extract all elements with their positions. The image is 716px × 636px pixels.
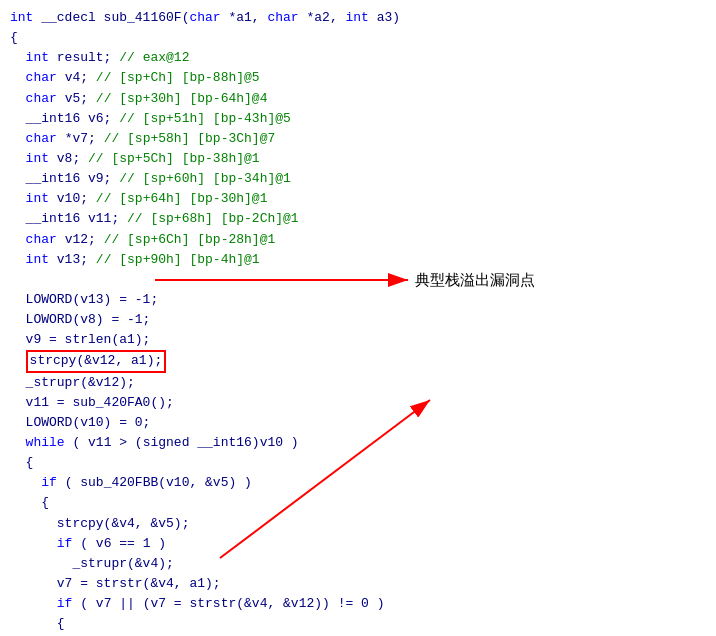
line-loword-v10: LOWORD(v10) = 0; — [10, 413, 706, 433]
line-strcpy-v4: strcpy(&v4, &v5); — [10, 514, 706, 534]
line-v4: char v4; // [sp+Ch] [bp-88h]@5 — [10, 68, 706, 88]
line-strupr-v4: _strupr(&v4); — [10, 554, 706, 574]
line-if-v7: if ( v7 || (v7 = strstr(&v4, &v12)) != 0… — [10, 594, 706, 614]
line-v8: int v8; // [sp+5Ch] [bp-38h]@1 — [10, 149, 706, 169]
line-v6: __int16 v6; // [sp+51h] [bp-43h]@5 — [10, 109, 706, 129]
line-v13: int v13; // [sp+90h] [bp-4h]@1 — [10, 250, 706, 270]
line-v11: __int16 v11; // [sp+68h] [bp-2Ch]@1 — [10, 209, 706, 229]
line-loword-v8: LOWORD(v8) = -1; — [10, 310, 706, 330]
line-if-sub: if ( sub_420FBB(v10, &v5) ) — [10, 473, 706, 493]
line-v9-strlen: v9 = strlen(a1); — [10, 330, 706, 350]
line-v1: int result; // eax@12 — [10, 48, 706, 68]
line-blank1 — [10, 270, 706, 290]
line-v11-sub: v11 = sub_420FA0(); — [10, 393, 706, 413]
line-open-brace4: { — [10, 614, 706, 634]
line-open-brace: { — [10, 28, 706, 48]
line-open-brace2: { — [10, 453, 706, 473]
line-loword-v13: LOWORD(v13) = -1; — [10, 290, 706, 310]
line-v7: char *v7; // [sp+58h] [bp-3Ch]@7 — [10, 129, 706, 149]
highlight-box-1: strcpy(&v12, a1); — [26, 350, 167, 372]
line-v12: char v12; // [sp+6Ch] [bp-28h]@1 — [10, 230, 706, 250]
line-while: while ( v11 > (signed __int16)v10 ) — [10, 433, 706, 453]
line-v7-strstr: v7 = strstr(&v4, a1); — [10, 574, 706, 594]
line-v9: __int16 v9; // [sp+60h] [bp-34h]@1 — [10, 169, 706, 189]
line-open-brace3: { — [10, 493, 706, 513]
line-v5: char v5; // [sp+30h] [bp-64h]@4 — [10, 89, 706, 109]
line-strcpy-v12: strcpy(&v12, a1); — [10, 350, 706, 372]
line-strupr-v12: _strupr(&v12); — [10, 373, 706, 393]
code-area: int __cdecl sub_41160F(char *a1, char *a… — [0, 0, 716, 636]
line-if-v6: if ( v6 == 1 ) — [10, 534, 706, 554]
func-signature: int __cdecl sub_41160F(char *a1, char *a… — [10, 8, 706, 28]
line-v10: int v10; // [sp+64h] [bp-30h]@1 — [10, 189, 706, 209]
